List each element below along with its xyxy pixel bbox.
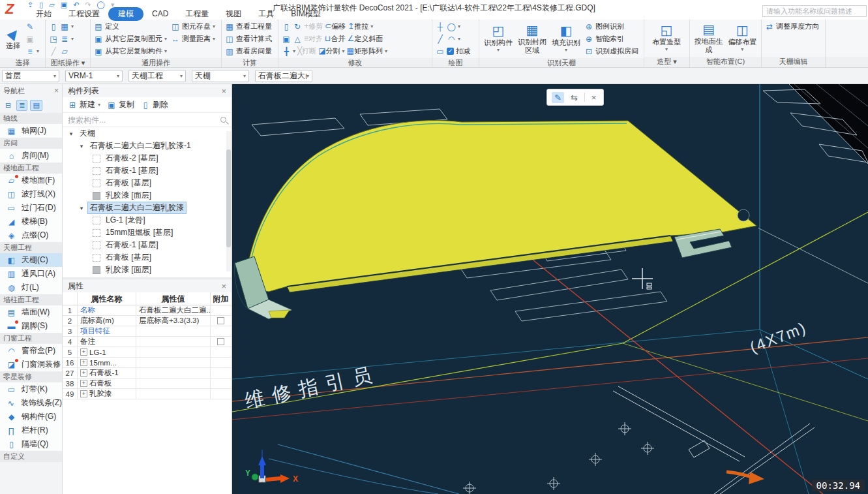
sidebar-item-轴网(J)[interactable]: ▦轴网(J) [0,124,62,138]
restore-icon[interactable]: ◳ [49,35,58,43]
sidebar-item-隔墙(Q)[interactable]: ▯隔墙(Q) [0,437,62,451]
tab-工具[interactable]: 工具 [250,8,282,20]
page-icon[interactable]: ▱ [60,48,69,55]
floor-select[interactable]: 首层▾ [2,70,59,82]
copy-icon[interactable]: ▣ [25,35,35,43]
sidebar-item-房间(M)[interactable]: ⌂房间(M) [0,149,62,162]
property-row[interactable]: 2底标高(m)层底标高+3.3(3.3) [63,316,232,326]
nav-list-view-icon[interactable]: ≣ [16,100,27,111]
rect-icon[interactable]: ▭ [436,48,445,55]
copy-element-icon[interactable]: ▣ [282,35,291,43]
view-room-quantity-button[interactable]: ▥查看房间量 [224,45,273,57]
tree-item[interactable]: ▾石膏板二遍大白二遍乳胶漆-1 [63,140,232,152]
expand-icon[interactable]: + [80,369,87,377]
tree-item[interactable]: 15mm阻燃板 [基层] [63,226,232,239]
sidebar-item-波打线(X)[interactable]: ◫波打线(X) [0,187,62,201]
trim-button[interactable]: +修剪 [304,22,323,31]
sidebar-item-楼梯(B)[interactable]: ◢楼梯(B) [0,215,62,228]
properties-panel-close-icon[interactable]: × [221,281,226,291]
expander-icon[interactable]: ▾ [78,205,85,211]
toolbar-close-button[interactable]: × [589,92,599,103]
trash-icon[interactable]: ▯ [49,23,58,31]
property-value[interactable] [136,378,210,388]
delete-icon[interactable]: ▯ [282,23,291,31]
property-row[interactable]: 4备注 [63,337,232,347]
discipline-select[interactable]: 天棚工程▾ [128,70,186,82]
sidebar-item-灯(L)[interactable]: ◍灯(L) [0,281,62,294]
tab-开始[interactable]: 开始 [27,8,60,20]
component-select[interactable]: 石膏板二遍大白▾ [255,70,312,82]
align-button[interactable]: ≡对齐 [304,34,323,44]
move-icon[interactable]: ╋ [282,48,291,55]
layers-icon[interactable]: ≣ [60,35,69,43]
attach-checkbox[interactable] [217,317,224,324]
nav-panel-view-icon[interactable]: ▤ [30,100,42,111]
define-button[interactable]: ▤定义 [93,20,170,33]
sidebar-item-踢脚(S)[interactable]: ▬踢脚(S) [0,319,62,333]
property-row[interactable]: 1名称石膏板二遍大白二遍... [63,305,232,316]
select-button[interactable]: ▶ 选择 [2,20,24,57]
edit-mode-button[interactable]: ✎ [552,92,564,103]
property-row[interactable]: 5+LG-1 [63,347,232,358]
place-shape-button[interactable]: ◱布置造型▾ [646,20,687,56]
eyedropper-icon[interactable]: ✎ [25,23,35,31]
sidebar-item-栏杆(R)[interactable]: ∏栏杆(R) [0,424,62,437]
sidebar-item-天棚(C)[interactable]: ◧天棚(C) [0,253,62,267]
sidebar-item-楼地面(F)[interactable]: ▱楼地面(F) [0,174,62,187]
tree-item[interactable]: ▾天棚 [63,127,232,140]
copy-components-from-layer-button[interactable]: ▣从其它层复制构件▾ [93,45,170,57]
point-icon[interactable]: ┼ [436,23,445,31]
tab-CAD[interactable]: CAD [143,8,177,19]
property-row[interactable]: 27+石膏板-1 [63,368,232,378]
sidebar-item-钢构件(G)[interactable]: ◆钢构件(G) [0,410,62,424]
command-search-input[interactable] [762,5,867,17]
recognize-closed-region-button[interactable]: ▦识别封闭区域 [515,20,549,57]
property-value[interactable] [136,368,210,378]
smart-index-button[interactable]: ⊕智能索引 [583,33,640,45]
tree-item[interactable]: 石膏板 [基层] [63,177,232,189]
property-value[interactable] [136,358,210,367]
copy-elements-from-layer-button[interactable]: ▣从其它层复制图元▾ [93,33,170,45]
expand-icon[interactable]: + [80,359,87,366]
mirror-icon[interactable]: △ [293,35,302,43]
line-icon[interactable]: ╱ [49,48,58,55]
sidebar-item-灯带(K)[interactable]: ▭灯带(K) [0,382,62,396]
view-formula-button[interactable]: ◫查看计算式 [224,33,273,45]
property-value[interactable] [136,337,210,347]
tree-scrollbar[interactable] [226,131,231,271]
property-row[interactable]: 16+15mm... [63,358,232,368]
arc-icon[interactable]: ◠ [447,35,456,43]
tree-item[interactable]: 乳胶漆 [面层] [63,264,232,276]
adjust-thickness-button[interactable]: ⇄调整厚度方向 [764,20,820,33]
generate-by-floor-button[interactable]: ▤按地面生成 [692,20,726,56]
copy-component-button[interactable]: ▣复制 [107,99,134,110]
deduct-checkbox[interactable]: ✓ [447,48,454,55]
tree-item[interactable]: 石膏板-1 [基层] [63,164,232,177]
merge-button[interactable]: ⊔合并 [325,34,345,44]
property-row[interactable]: 38+石膏板 [63,378,232,389]
tab-工程设置[interactable]: 工程设置 [60,8,108,20]
delete-component-button[interactable]: ▯删除 [141,99,168,110]
sidebar-item-门窗洞装修[interactable]: ◪门窗洞装修 [0,358,62,371]
link-mode-button[interactable]: ⇆ [568,92,580,103]
nav-collapse-icon[interactable]: ⊟ [3,100,14,111]
line-draw-icon[interactable]: ╱ [436,35,445,43]
legend-recognize-button[interactable]: ⊕图例识别 [583,20,640,33]
expander-icon[interactable]: ▾ [78,143,85,149]
offset-button[interactable]: ⊂偏移 [325,22,346,31]
view-quantities-button[interactable]: ▦查看工程量 [224,20,273,33]
component-panel-close-icon[interactable]: × [221,86,226,96]
tree-item[interactable]: 石膏板 [基层] [63,251,232,264]
batch-select-icon[interactable]: ≡ [25,48,35,55]
tree-item[interactable]: 乳胶漆 [面层] [63,189,232,202]
sidebar-item-通风口(A)[interactable]: ▥通风口(A) [0,267,62,281]
tab-BIM模型[interactable]: BIM模型 [282,8,329,20]
expander-icon[interactable]: ▾ [68,131,74,137]
measure-distance-button[interactable]: ↔测量距离▾ [170,33,217,45]
sidebar-item-墙面(W)[interactable]: ▤墙面(W) [0,305,62,319]
save-element-button[interactable]: ◫图元存盘▾ [170,20,217,33]
expand-icon[interactable]: + [80,348,87,356]
rotate-icon[interactable]: ↻ [293,23,302,31]
push-pull-button[interactable]: ↥推拉 [348,22,368,31]
component-search-input[interactable] [68,116,220,125]
